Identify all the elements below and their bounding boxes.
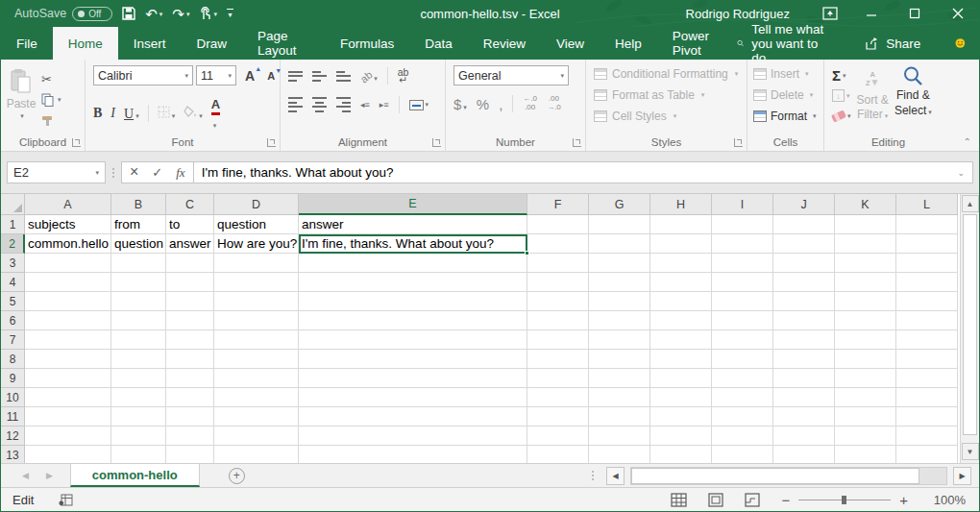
- cell-K1[interactable]: [835, 215, 896, 234]
- cell-G12[interactable]: [589, 427, 650, 446]
- cell-G5[interactable]: [589, 292, 650, 311]
- cell-I6[interactable]: [712, 311, 773, 330]
- cell-I2[interactable]: [712, 234, 773, 254]
- cell-L1[interactable]: [896, 215, 958, 234]
- cell-B6[interactable]: [111, 311, 166, 330]
- row-header-6[interactable]: 6: [1, 311, 25, 330]
- insert-cells-button[interactable]: Insert▾: [753, 63, 823, 85]
- cell-D3[interactable]: [214, 254, 299, 273]
- cell-F7[interactable]: [527, 330, 589, 350]
- cell-G2[interactable]: [589, 234, 650, 254]
- cell-D9[interactable]: [214, 369, 299, 388]
- select-all-button[interactable]: [1, 194, 25, 215]
- cell-J2[interactable]: [773, 234, 835, 254]
- cell-styles-button[interactable]: Cell Styles▾: [594, 106, 747, 127]
- cell-J8[interactable]: [773, 350, 835, 369]
- cell-G9[interactable]: [589, 369, 650, 388]
- orientation-dropdown[interactable]: ▾: [374, 75, 378, 82]
- cell-E5[interactable]: [299, 292, 527, 311]
- zoom-slider-thumb[interactable]: [842, 496, 846, 504]
- cell-I5[interactable]: [712, 292, 773, 311]
- tab-scrollbar-splitter[interactable]: [592, 471, 594, 480]
- cell-J13[interactable]: [773, 446, 835, 463]
- cell-F9[interactable]: [527, 369, 589, 388]
- zoom-slider[interactable]: [798, 500, 891, 500]
- font-name-combo[interactable]: Calibri▾: [93, 65, 193, 85]
- sort-filter-dropdown[interactable]: ▾: [885, 112, 889, 119]
- feedback-smiley-icon[interactable]: [955, 34, 966, 53]
- underline-dropdown[interactable]: ▾: [135, 112, 139, 119]
- next-sheet-button[interactable]: ▶: [46, 471, 53, 480]
- cell-A13[interactable]: [25, 446, 111, 463]
- cell-K11[interactable]: [835, 407, 896, 427]
- cell-E6[interactable]: [299, 311, 527, 330]
- column-header-L[interactable]: L: [896, 194, 958, 215]
- cell-J11[interactable]: [773, 407, 835, 427]
- cell-I3[interactable]: [712, 254, 773, 273]
- cell-F4[interactable]: [527, 273, 589, 292]
- name-box[interactable]: E2▾: [7, 161, 106, 183]
- tab-view[interactable]: View: [541, 27, 600, 60]
- format-as-table-button[interactable]: Format as Table▾: [594, 85, 747, 106]
- cell-I1[interactable]: [712, 215, 773, 234]
- tab-power-pivot[interactable]: Power Pivot: [657, 27, 737, 60]
- cell-H5[interactable]: [650, 292, 712, 311]
- align-left-button[interactable]: [288, 97, 303, 112]
- cell-C5[interactable]: [166, 292, 214, 311]
- cell-E4[interactable]: [299, 273, 527, 292]
- cell-C9[interactable]: [166, 369, 214, 388]
- cell-C4[interactable]: [166, 273, 214, 292]
- vertical-scrollbar[interactable]: ▲ ▼: [960, 194, 979, 463]
- borders-button[interactable]: ▾: [158, 106, 176, 121]
- bold-button[interactable]: B: [93, 106, 102, 121]
- cell-D8[interactable]: [214, 350, 299, 369]
- cell-B3[interactable]: [111, 254, 166, 273]
- cell-A3[interactable]: [25, 254, 111, 273]
- cell-L10[interactable]: [896, 388, 958, 407]
- column-header-E[interactable]: E: [299, 194, 527, 215]
- cell-F1[interactable]: [527, 215, 589, 234]
- cell-L3[interactable]: [896, 254, 958, 273]
- cell-D1[interactable]: question: [214, 215, 299, 234]
- underline-button[interactable]: U▾: [124, 106, 139, 122]
- cell-D11[interactable]: [214, 407, 299, 427]
- cell-G4[interactable]: [589, 273, 650, 292]
- cell-E3[interactable]: [299, 254, 527, 273]
- row-header-7[interactable]: 7: [1, 330, 25, 350]
- number-format-combo[interactable]: General▾: [453, 65, 569, 85]
- cell-B13[interactable]: [111, 446, 166, 463]
- cell-G11[interactable]: [589, 407, 650, 427]
- cell-A8[interactable]: [25, 350, 111, 369]
- cell-F10[interactable]: [527, 388, 589, 407]
- cell-J6[interactable]: [773, 311, 835, 330]
- cell-D7[interactable]: [214, 330, 299, 350]
- find-select-dropdown[interactable]: ▾: [928, 109, 932, 115]
- cell-B12[interactable]: [111, 427, 166, 446]
- cell-G6[interactable]: [589, 311, 650, 330]
- row-header-9[interactable]: 9: [1, 369, 25, 388]
- name-box-dropdown[interactable]: ▾: [95, 169, 99, 177]
- cell-H4[interactable]: [650, 273, 712, 292]
- column-header-K[interactable]: K: [835, 194, 896, 215]
- cell-J4[interactable]: [773, 273, 835, 292]
- cut-button[interactable]: ✂: [41, 71, 61, 86]
- row-header-11[interactable]: 11: [1, 407, 25, 427]
- cell-K8[interactable]: [835, 350, 896, 369]
- number-format-dropdown[interactable]: ▾: [560, 72, 564, 80]
- tab-formulas[interactable]: Formulas: [325, 27, 409, 60]
- cell-H6[interactable]: [650, 311, 712, 330]
- cell-D12[interactable]: [214, 427, 299, 446]
- format-painter-button[interactable]: [41, 113, 61, 129]
- cell-F8[interactable]: [527, 350, 589, 369]
- formula-bar-resize-handle[interactable]: [112, 168, 114, 178]
- comma-style-button[interactable]: ,: [499, 96, 502, 112]
- cell-H10[interactable]: [650, 388, 712, 407]
- increase-indent-button[interactable]: ▸≡: [380, 100, 389, 110]
- sheet-tab-common-hello[interactable]: common-hello: [70, 464, 200, 487]
- row-header-2[interactable]: 2: [1, 234, 25, 254]
- cell-D2[interactable]: How are you?: [214, 234, 299, 254]
- cell-I8[interactable]: [712, 350, 773, 369]
- customize-qat-button[interactable]: ▾: [227, 9, 233, 19]
- fill-dropdown[interactable]: ▾: [846, 92, 850, 100]
- tab-help[interactable]: Help: [600, 27, 657, 60]
